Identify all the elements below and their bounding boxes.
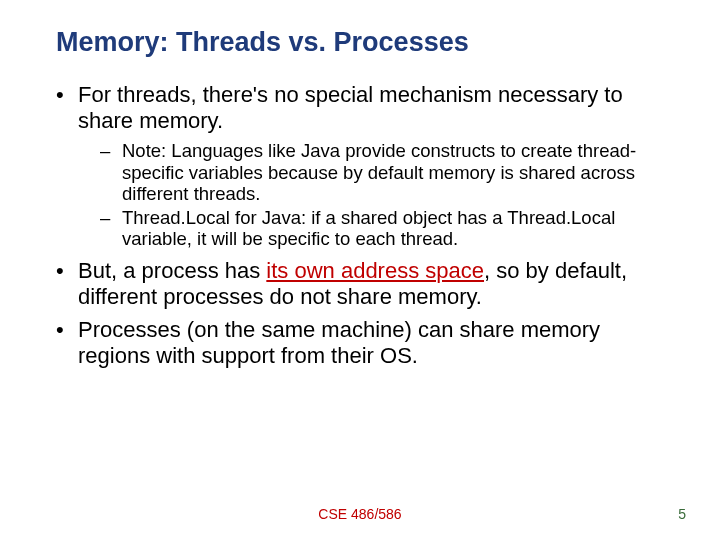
slide-title: Memory: Threads vs. Processes (56, 26, 672, 58)
bullet-text-3: Processes (on the same machine) can shar… (78, 317, 600, 368)
bullet-text-1: For threads, there's no special mechanis… (78, 82, 623, 133)
sub-bullet-text-1b: Thread.Local for Java: if a shared objec… (122, 207, 615, 249)
page-number: 5 (678, 506, 686, 522)
sub-bullet-1a: Note: Languages like Java provide constr… (96, 140, 672, 204)
bullet-item-1: For threads, there's no special mechanis… (56, 82, 672, 249)
bullet-list: For threads, there's no special mechanis… (56, 82, 672, 369)
sub-bullet-text-1a: Note: Languages like Java provide constr… (122, 140, 636, 204)
sub-bullet-list-1: Note: Languages like Java provide constr… (78, 140, 672, 249)
bullet-text-2-prefix: But, a process has (78, 258, 266, 283)
sub-bullet-1b: Thread.Local for Java: if a shared objec… (96, 207, 672, 250)
bullet-item-2: But, a process has its own address space… (56, 258, 672, 310)
slide: Memory: Threads vs. Processes For thread… (0, 0, 720, 540)
footer-course-code: CSE 486/586 (0, 506, 720, 522)
bullet-text-2-highlight: its own address space (266, 258, 484, 283)
bullet-item-3: Processes (on the same machine) can shar… (56, 317, 672, 369)
